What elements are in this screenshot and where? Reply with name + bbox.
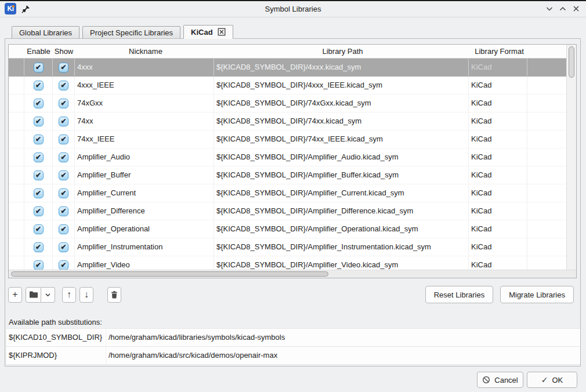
show-checkbox[interactable]: ✔ <box>59 99 68 108</box>
column-header-show[interactable]: Show <box>53 45 75 58</box>
show-checkbox[interactable]: ✔ <box>59 242 68 252</box>
show-checkbox[interactable]: ✔ <box>59 188 68 198</box>
cancel-button[interactable]: Cancel <box>477 372 523 388</box>
vertical-scrollbar[interactable] <box>566 45 576 270</box>
tab-close-icon[interactable] <box>218 28 226 36</box>
browse-library-button[interactable] <box>26 287 41 303</box>
table-row[interactable]: ✔✔Amplifier_Video${KICAD8_SYMBOL_DIR}/Am… <box>9 256 567 270</box>
enable-checkbox[interactable]: ✔ <box>34 153 44 162</box>
show-cell: ✔ <box>53 95 75 112</box>
enable-checkbox[interactable]: ✔ <box>34 242 44 252</box>
substitution-variable: ${KICAD10_SYMBOL_DIR} <box>6 329 106 346</box>
browse-library-dropdown[interactable] <box>41 287 55 303</box>
add-library-button[interactable]: + <box>8 287 22 303</box>
titlebar[interactable]: Ki Symbol Libraries <box>0 1 586 17</box>
migrate-libraries-button[interactable]: Migrate Libraries <box>500 286 574 303</box>
library-path-cell: ${KICAD8_SYMBOL_DIR}/Amplifier_Instrumen… <box>214 238 469 256</box>
table-row[interactable]: ✔✔Amplifier_Operational${KICAD8_SYMBOL_D… <box>9 220 567 238</box>
row-handle[interactable] <box>9 184 24 202</box>
show-checkbox[interactable]: ✔ <box>59 81 68 90</box>
row-handle[interactable] <box>9 112 24 130</box>
show-checkbox[interactable]: ✔ <box>59 63 68 72</box>
tab-kicad[interactable]: KiCad <box>183 25 233 38</box>
trash-icon <box>110 291 118 299</box>
table-row[interactable]: ✔✔Amplifier_Audio${KICAD8_SYMBOL_DIR}/Am… <box>9 148 567 166</box>
row-handle[interactable] <box>9 59 24 76</box>
column-header-library-format[interactable]: Library Format <box>469 45 527 58</box>
tab-project-specific-libraries[interactable]: Project Specific Libraries <box>82 26 180 38</box>
library-path-cell: ${KICAD8_SYMBOL_DIR}/Amplifier_Differenc… <box>214 202 469 220</box>
table-row[interactable]: ✔✔74xx_IEEE${KICAD8_SYMBOL_DIR}/74xx_IEE… <box>9 130 567 148</box>
nickname-cell: Amplifier_Buffer <box>75 166 214 184</box>
row-handle[interactable] <box>9 148 24 166</box>
enable-checkbox[interactable]: ✔ <box>34 117 44 126</box>
ok-button[interactable]: ✓ OK <box>527 372 577 388</box>
show-cell: ✔ <box>53 166 75 184</box>
enable-checkbox[interactable]: ✔ <box>34 63 44 72</box>
reset-libraries-button[interactable]: Reset Libraries <box>425 286 493 303</box>
show-checkbox[interactable]: ✔ <box>59 170 68 180</box>
table-row[interactable]: ✔✔Amplifier_Difference${KICAD8_SYMBOL_DI… <box>9 202 567 220</box>
enable-checkbox[interactable]: ✔ <box>34 224 44 234</box>
row-handle[interactable] <box>9 130 24 148</box>
tab-global-libraries[interactable]: Global Libraries <box>12 26 79 38</box>
column-header-enable[interactable]: Enable <box>24 45 53 58</box>
column-header-nickname[interactable]: Nickname <box>75 45 214 58</box>
row-handle[interactable] <box>9 95 24 112</box>
enable-checkbox[interactable]: ✔ <box>34 81 44 90</box>
row-handle[interactable] <box>9 256 24 270</box>
enable-checkbox[interactable]: ✔ <box>34 99 44 108</box>
chevron-down-icon <box>45 292 51 298</box>
vertical-scrollbar-thumb[interactable] <box>569 46 574 78</box>
enable-cell: ✔ <box>24 166 53 184</box>
library-format-cell: KiCad <box>469 166 527 184</box>
library-path-cell: ${KICAD8_SYMBOL_DIR}/Amplifier_Buffer.ki… <box>214 166 469 184</box>
row-handle[interactable] <box>9 166 24 184</box>
enable-checkbox[interactable]: ✔ <box>34 260 44 270</box>
table-row[interactable]: ✔✔Amplifier_Current${KICAD8_SYMBOL_DIR}/… <box>9 184 567 202</box>
horizontal-scrollbar-thumb[interactable] <box>11 271 328 277</box>
library-format-cell: KiCad <box>469 130 527 148</box>
filler-cell <box>527 238 567 256</box>
table-row[interactable]: ✔✔4xxx${KICAD8_SYMBOL_DIR}/4xxx.kicad_sy… <box>9 59 567 77</box>
library-path-cell: ${KICAD8_SYMBOL_DIR}/74xx_IEEE.kicad_sym <box>214 130 469 148</box>
substitution-path: /home/graham/kicad/src/kicad/demos/opena… <box>106 347 580 364</box>
library-tabs: Global Libraries Project Specific Librar… <box>12 25 233 38</box>
table-row[interactable]: ✔✔Amplifier_Instrumentation${KICAD8_SYMB… <box>9 238 567 256</box>
show-checkbox[interactable]: ✔ <box>59 206 68 216</box>
table-row[interactable]: ✔✔74xx${KICAD8_SYMBOL_DIR}/74xx.kicad_sy… <box>9 112 567 130</box>
filler-cell <box>527 256 567 270</box>
shade-icon[interactable] <box>545 5 554 13</box>
table-row[interactable]: ✔✔4xxx_IEEE${KICAD8_SYMBOL_DIR}/4xxx_IEE… <box>9 77 567 95</box>
enable-checkbox[interactable]: ✔ <box>34 170 44 180</box>
table-row[interactable]: ✔✔Amplifier_Buffer${KICAD8_SYMBOL_DIR}/A… <box>9 166 567 184</box>
move-up-button[interactable]: ↑ <box>62 287 76 303</box>
table-header: EnableShowNicknameLibrary PathLibrary Fo… <box>9 45 567 59</box>
maximize-icon[interactable] <box>559 5 567 13</box>
delete-library-button[interactable] <box>107 287 121 303</box>
row-handle[interactable] <box>9 77 24 94</box>
enable-checkbox[interactable]: ✔ <box>34 135 44 144</box>
show-checkbox[interactable]: ✔ <box>59 117 68 126</box>
row-handle[interactable] <box>9 238 24 256</box>
show-checkbox[interactable]: ✔ <box>59 153 68 162</box>
show-cell: ✔ <box>53 59 75 76</box>
column-header-library-path[interactable]: Library Path <box>214 45 469 58</box>
show-checkbox[interactable]: ✔ <box>59 135 68 144</box>
show-checkbox[interactable]: ✔ <box>59 260 68 270</box>
horizontal-scrollbar[interactable] <box>9 270 576 278</box>
migrate-libraries-label: Migrate Libraries <box>509 291 565 299</box>
library-format-cell: KiCad <box>469 184 527 202</box>
close-icon[interactable] <box>572 5 580 13</box>
row-handle[interactable] <box>9 202 24 220</box>
show-checkbox[interactable]: ✔ <box>59 224 68 234</box>
enable-checkbox[interactable]: ✔ <box>34 188 44 198</box>
table-row[interactable]: ✔✔74xGxx${KICAD8_SYMBOL_DIR}/74xGxx.kica… <box>9 95 567 112</box>
enable-checkbox[interactable]: ✔ <box>34 206 44 216</box>
substitution-row: ${KIPRJMOD}/home/graham/kicad/src/kicad/… <box>6 347 580 365</box>
pin-icon[interactable] <box>21 5 30 13</box>
row-handle[interactable] <box>9 220 24 238</box>
library-format-cell: KiCad <box>469 148 527 166</box>
cancel-icon <box>482 376 490 384</box>
move-down-button[interactable]: ↓ <box>79 287 93 303</box>
